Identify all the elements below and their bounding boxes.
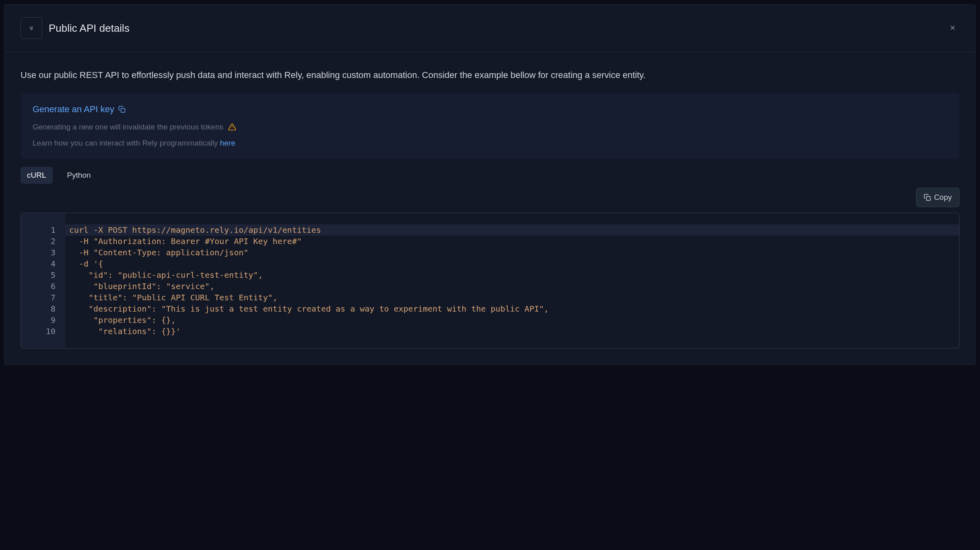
- chevron-down-double-icon: [29, 25, 34, 31]
- line-number: 6: [21, 281, 65, 292]
- code-line: -H "Content-Type: application/json": [65, 247, 959, 258]
- api-key-warning: Generating a new one will invalidate the…: [33, 123, 947, 131]
- line-number: 2: [21, 236, 65, 247]
- line-number: 3: [21, 247, 65, 258]
- code-line: -H "Authorization: Bearer #Your API Key …: [65, 236, 959, 247]
- clipboard-icon: [118, 106, 126, 113]
- close-icon: [949, 24, 956, 31]
- learn-more-link[interactable]: here: [220, 139, 235, 147]
- line-number: 10: [21, 326, 65, 337]
- copy-code-button[interactable]: Copy: [916, 188, 959, 207]
- line-number: 5: [21, 269, 65, 281]
- copy-button-label: Copy: [934, 193, 952, 202]
- code-line: curl -X POST https://magneto.rely.io/api…: [65, 224, 959, 236]
- line-number: 4: [21, 258, 65, 269]
- api-details-panel: Public API details Use our public REST A…: [4, 4, 976, 365]
- code-line: "relations": {}}': [65, 326, 959, 337]
- api-key-box: Generate an API key Generating a new one…: [21, 93, 959, 159]
- code-tabs: cURL Python: [21, 167, 959, 184]
- learn-text-prefix: Learn how you can interact with Rely pro…: [33, 139, 220, 147]
- code-line: "properties": {},: [65, 314, 959, 326]
- code-block: 12345678910 curl -X POST https://magneto…: [21, 213, 959, 349]
- line-number: 7: [21, 292, 65, 303]
- code-toolbar: Copy: [21, 188, 959, 207]
- warning-text: Generating a new one will invalidate the…: [33, 123, 223, 131]
- panel-content: Use our public REST API to effortlessly …: [4, 52, 976, 365]
- api-description: Use our public REST API to effortlessly …: [21, 68, 959, 82]
- panel-title: Public API details: [49, 22, 946, 35]
- svg-rect-2: [121, 109, 125, 113]
- line-numbers-gutter: 12345678910: [21, 213, 65, 348]
- tab-python[interactable]: Python: [61, 167, 97, 184]
- svg-rect-5: [926, 197, 930, 201]
- line-number: 8: [21, 303, 65, 314]
- generate-api-key-link[interactable]: Generate an API key: [33, 104, 126, 115]
- warning-icon: [228, 123, 236, 131]
- collapse-button[interactable]: [21, 17, 42, 39]
- code-line: -d '{: [65, 258, 959, 269]
- close-button[interactable]: [946, 21, 959, 36]
- code-line: "blueprintId": "service",: [65, 281, 959, 292]
- code-line: "title": "Public API CURL Test Entity",: [65, 292, 959, 303]
- code-content[interactable]: curl -X POST https://magneto.rely.io/api…: [65, 213, 959, 348]
- learn-more-text: Learn how you can interact with Rely pro…: [33, 139, 947, 148]
- panel-header: Public API details: [4, 4, 976, 52]
- line-number: 9: [21, 314, 65, 326]
- generate-api-key-label: Generate an API key: [33, 104, 114, 115]
- line-number: 1: [21, 224, 65, 236]
- copy-icon: [924, 194, 931, 201]
- code-line: "id": "public-api-curl-test-entity",: [65, 269, 959, 281]
- code-line: "description": "This is just a test enti…: [65, 303, 959, 314]
- tab-curl[interactable]: cURL: [21, 167, 53, 184]
